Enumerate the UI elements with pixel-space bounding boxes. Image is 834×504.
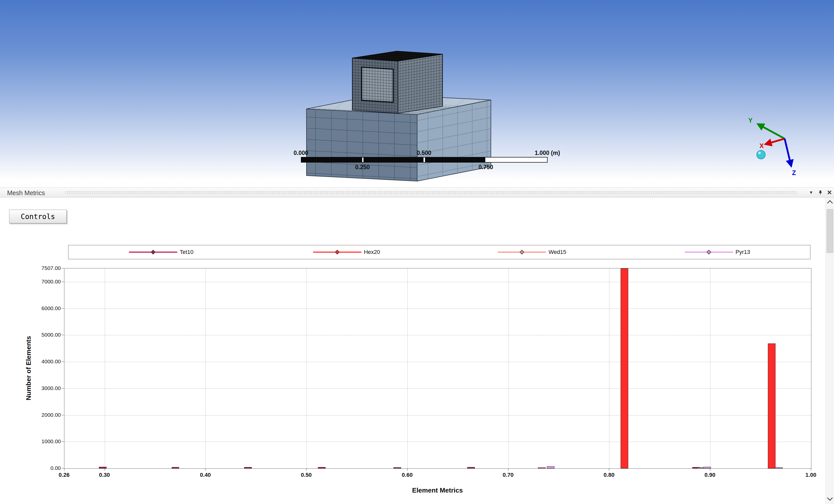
legend-label: Hex20 [364,249,380,256]
legend-label: Tet10 [180,249,194,256]
y-gridline [64,442,811,442]
legend-item-pyr13: Pyr13 [625,249,810,256]
legend-item-wed15: Wed15 [439,249,625,256]
y-gridline [64,282,811,282]
legend-label: Pyr13 [736,249,750,256]
bar-tet10 [393,467,401,468]
bar-hex20 [621,268,628,468]
orientation-triad[interactable]: Y X Z [748,117,796,176]
y-gridline [64,335,811,335]
legend-line-wed15 [498,251,546,253]
scroll-down-icon[interactable] [827,495,833,501]
legend-item-tet10: Tet10 [68,249,254,256]
bar-tet10 [244,467,252,468]
close-icon[interactable]: ✕ [825,189,834,196]
panel-menu-dropdown-icon[interactable]: ▼ [807,189,815,196]
bar-wed15 [538,467,546,468]
legend-item-hex20: Hex20 [254,249,439,256]
y-gridline [64,389,811,389]
bar-tet10 [318,467,326,468]
triad-origin-ball [757,150,765,159]
ruler-label-1000: 1.000 (m) [535,150,560,156]
controls-button[interactable]: Controls [9,210,67,223]
legend-marker-icon [707,250,711,255]
titlebar-drag-texture [65,191,797,194]
legend-marker-icon [335,250,339,255]
legend-line-tet10 [129,251,177,253]
ruler-label-0: 0.000 [293,150,308,156]
x-gridline [710,268,710,468]
legend-marker-icon [520,250,524,255]
model-viewport[interactable]: Y X Z 0.000 0.500 1.000 (m) 0.250 0.750 [0,0,834,188]
vertical-scrollbar[interactable] [825,197,834,504]
scroll-up-icon[interactable] [827,200,833,206]
bar-tet10 [99,467,107,468]
x-axis-title: Element Metrics [412,486,463,494]
legend-marker-icon [151,250,155,255]
panel-title: Mesh Metrics [7,189,45,197]
y-gridline [64,362,811,362]
triad-x-label: X [760,142,764,149]
chart-legend: Tet10Hex20Wed15Pyr13 [68,245,810,259]
bar-tet10 [467,467,475,468]
legend-line-hex20 [313,251,361,253]
plot-area [64,268,811,469]
bar-pyr13 [775,467,783,468]
legend-line-pyr13 [685,251,733,253]
ruler-label-250: 0.250 [355,164,370,171]
small-cube-mesh [352,51,443,113]
pin-icon[interactable] [816,189,825,196]
triad-z-label: Z [792,169,796,176]
scrollbar-thumb[interactable] [827,209,833,253]
x-gridline [306,268,307,468]
triad-y-label: Y [748,117,753,124]
y-axis-title: Number of Elements [25,336,32,400]
bar-pyr13 [547,466,554,468]
bar-tet10 [172,467,179,468]
bar-hex20 [768,344,775,468]
ruler-label-500: 0.500 [417,150,431,156]
x-gridline [508,268,509,468]
legend-label: Wed15 [549,249,566,256]
bar-pyr13 [703,467,711,468]
x-gridline [408,268,408,468]
x-gridline [205,268,206,468]
scale-ruler [301,157,548,162]
mesh-metrics-titlebar: Mesh Metrics ▼ ✕ [0,188,834,197]
ruler-label-750: 0.750 [478,164,493,171]
